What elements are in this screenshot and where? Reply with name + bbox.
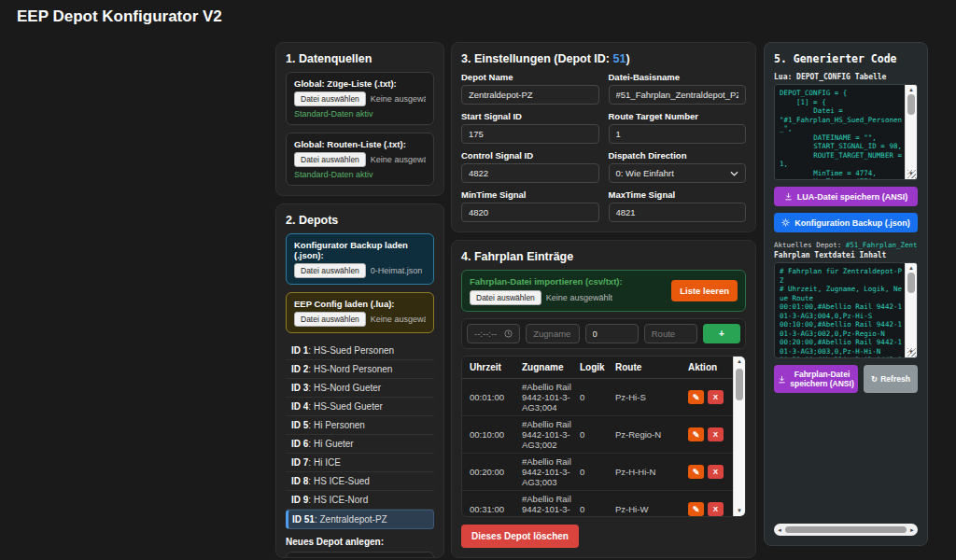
scroll-left-icon: ◄ [777,527,782,533]
app-root: EEP Depot Konfigurator V2 1. Datenquelle… [0,0,956,560]
scrollbar-thumb[interactable] [785,526,907,533]
depot-item-name: HS ICE-Nord [308,495,368,505]
resize-grip[interactable] [907,348,916,357]
maxtime-label: MaxTime Signal [609,189,747,200]
depot-list-item[interactable]: ID 8HS ICE-Sued [286,472,434,491]
fahrplan-import-box: Fahrplan-Datei importieren (csv/txt): Da… [461,270,746,312]
chevron-down-icon [730,171,738,176]
depot-item-id: ID 7 [291,457,308,468]
depot-list-item[interactable]: ID 51Zentraldepot-PZ [286,510,434,529]
cell-zugname: #Abellio Rail 9442-101-3-AG3;004 [522,491,574,517]
txt-code-scrollbar[interactable]: ▲ ▼ [905,263,917,357]
routen-file-button[interactable]: Datei auswählen [294,152,366,167]
depot-list-item[interactable]: ID 5Hi Personen [286,416,434,435]
start-signal-label: Start Signal ID [461,111,599,121]
depot-list-item[interactable]: ID 3HS-Nord Gueter [286,379,434,398]
scrollbar-thumb[interactable] [907,94,915,115]
depot-item-id: ID 2 [291,364,308,374]
depot-item-name: Hi Personen [308,420,365,430]
table-header: Uhrzeit Zugname Logik Route Aktion [462,357,733,379]
cell-uhrzeit: 00:10:00 [470,429,516,440]
fahrplan-file-button[interactable]: Datei auswählen [470,290,541,305]
control-signal-input[interactable] [461,163,599,183]
liste-leeren-button[interactable]: Liste leeren [671,280,738,301]
scroll-down-icon: ▼ [737,508,742,514]
cell-route: Pz-H-Hi-N [615,467,682,477]
depot-list-item[interactable]: ID 1HS-Sued Personen [286,342,434,360]
cell-zugname: #Abellio Rail 9442-101-3-AG3;004 [522,379,574,415]
backup-file-button[interactable]: Datei auswählen [294,263,366,278]
lua-code-content: DEPOT_CONFIG = { [1] = { Datei = "#1_Fah… [775,85,917,180]
cell-logik: 0 [580,467,610,477]
add-entry-row: --:--:-- + [461,318,746,349]
depot-list-item[interactable]: ID 9HS ICE-Nord [286,491,434,510]
depot-item-id: ID 51 [292,514,315,525]
routen-liste-box: Global: Routen-Liste (.txt): Datei auswä… [286,133,434,186]
depot-item-name: HS-Sued Gueter [308,401,383,412]
panel-datenquellen-heading: 1. Datenquellen [286,52,434,65]
panel-depots-heading: 2. Depots [286,214,434,227]
edit-entry-button[interactable]: ✎ [688,465,704,479]
lua-code-label: Lua: DEPOT_CONFIG Tabelle [774,73,918,81]
start-signal-input[interactable] [461,124,599,144]
scroll-right-icon: ► [909,527,915,533]
zuege-standard-note: Standard-Daten aktiv [294,109,426,119]
time-input[interactable]: --:--:-- [467,324,520,343]
route-target-input[interactable] [609,124,747,144]
delete-depot-button[interactable]: Dieses Depot löschen [461,525,579,548]
table-vertical-scrollbar[interactable]: ▲ ▼ [733,357,745,516]
depot-item-id: ID 1 [291,345,308,356]
routen-liste-label: Global: Routen-Liste (.txt): [294,139,426,149]
edit-entry-button[interactable]: ✎ [688,390,704,404]
depot-item-id: ID 9 [291,495,308,505]
right-column: 5. Generierter Code Lua: DEPOT_CONFIG Ta… [764,42,928,546]
backup-json-button[interactable]: Konfiguration Backup (.json) [774,213,918,232]
delete-entry-button[interactable]: X [708,465,724,479]
eep-config-file-button[interactable]: Datei auswählen [294,312,366,327]
route-target-label: Route Target Number [609,111,747,121]
txt-code-textarea[interactable]: # Fahrplan für Zentraldepot-PZ # Uhrzeit… [774,262,918,358]
dispatch-direction-select[interactable]: 0: Wie Einfahrt [609,163,747,183]
add-entry-button[interactable]: + [703,324,740,343]
center-column: 3. Einstellungen (Depot ID: 51) Depot Na… [451,42,756,558]
horizontal-scrollbar[interactable]: ◄ ► [774,524,918,536]
scrollbar-thumb[interactable] [736,369,743,400]
save-lua-button[interactable]: LUA-Datei speichern (ANSI) [774,187,918,206]
depot-id-value: 51 [613,52,626,65]
depot-name-input[interactable] [461,85,599,105]
route-input[interactable] [644,324,697,343]
cell-route: Pz-Hi-S [615,392,682,402]
maxtime-input[interactable] [609,203,747,222]
save-fahrplan-button[interactable]: Fahrplan-Datei speichern (ANSI) [774,365,858,393]
logik-input[interactable] [585,324,639,343]
cell-logik: 0 [580,429,610,440]
download-icon [778,375,786,384]
delete-entry-button[interactable]: X [708,427,724,441]
backup-file-name: 0-Heimat.json [371,266,423,275]
depot-list-item[interactable]: ID 7Hi ICE [286,454,434,472]
zugname-input[interactable] [526,324,579,343]
x-icon: X [713,468,718,476]
x-icon: X [713,505,718,513]
delete-entry-button[interactable]: X [708,390,724,404]
refresh-button[interactable]: ↻ Refresh [864,365,918,393]
zuege-file-button[interactable]: Datei auswählen [294,91,366,106]
depot-item-name: HS-Sued Personen [308,345,394,356]
resize-grip[interactable] [907,170,916,178]
panel-generierter-code: 5. Generierter Code Lua: DEPOT_CONFIG Ta… [764,42,928,546]
delete-entry-button[interactable]: X [708,502,724,516]
lua-code-textarea[interactable]: DEPOT_CONFIG = { [1] = { Datei = "#1_Fah… [774,84,918,180]
edit-entry-button[interactable]: ✎ [688,427,704,441]
depot-list-item[interactable]: ID 6Hi Gueter [286,435,434,454]
lua-code-scrollbar[interactable]: ▲ ▼ [905,85,917,179]
depot-item-name: Zentraldepot-PZ [315,514,387,525]
mintime-input[interactable] [461,203,599,222]
basisname-input[interactable] [609,85,747,105]
edit-entry-button[interactable]: ✎ [688,502,704,516]
panel-fahrplan: 4. Fahrplan Einträge Fahrplan-Datei impo… [451,240,756,558]
mintime-label: MinTime Signal [461,189,599,200]
cell-logik: 0 [580,504,610,514]
depot-list-item[interactable]: ID 4HS-Sued Gueter [286,398,434,416]
depot-list-item[interactable]: ID 2HS-Nord Personen [286,360,434,379]
scrollbar-thumb[interactable] [907,273,915,293]
